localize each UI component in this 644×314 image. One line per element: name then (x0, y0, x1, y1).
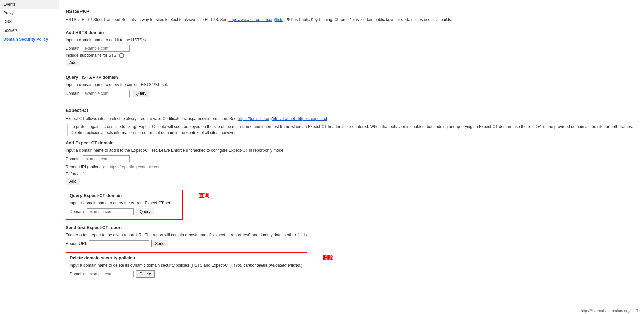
hsts-pkp-title: HSTS/PKP (66, 9, 637, 14)
delete-chinese-label: 删除 (323, 255, 333, 262)
add-expect-ct-add-button-row: Add (66, 178, 637, 185)
send-test-report-uri-input[interactable] (89, 240, 149, 247)
add-hsts-instruction: Input a domain name to add it to the HST… (66, 37, 637, 43)
sidebar-item-dns[interactable]: DNS (0, 17, 59, 26)
sidebar-item-sockets[interactable]: Sockets (0, 26, 59, 35)
expect-ct-link[interactable]: https://tools.ietf.org/html/draft-ietf-h… (238, 116, 327, 121)
send-test-instruction: Trigger a test report to the given repor… (66, 232, 637, 238)
hsts-description: HSTS is HTTP Strict Transport Security: … (66, 17, 637, 23)
main-content: HSTS/PKP HSTS is HTTP Strict Transport S… (59, 0, 644, 314)
sidebar-item-domain-security-policy[interactable]: Domain Security Policy (0, 35, 59, 44)
hsts-subdomain-row: Include subdomains for STS: (66, 53, 637, 58)
hsts-domain-row: Domain: (66, 45, 637, 52)
add-expect-ct-report-uri-input[interactable] (107, 164, 167, 170)
add-expect-ct-report-uri-label: Report URI (optional): (66, 165, 105, 169)
add-expect-ct-section: Add Expect-CT domain Input a domain name… (66, 140, 637, 185)
expect-ct-title: Expect-CT (66, 108, 637, 113)
hsts-link[interactable]: https://www.chromium.org/hsts (228, 17, 283, 22)
hsts-domain-input[interactable] (83, 45, 130, 52)
divider-1 (66, 26, 637, 26)
send-test-report-uri-row: Report URI: Send (66, 240, 637, 247)
send-test-section: Send test Expect-CT report Trigger a tes… (66, 225, 637, 247)
hsts-subdomain-label: Include subdomains for STS: (66, 53, 117, 58)
query-expect-ct-chinese-label: 查询 (199, 192, 209, 199)
hsts-subdomain-checkbox[interactable] (119, 53, 124, 58)
query-hsts-section: Query HSTS/PKP domain Input a domain nam… (66, 75, 637, 97)
hsts-add-button[interactable]: Add (66, 59, 80, 66)
add-expect-ct-domain-row: Domain: (66, 155, 637, 162)
query-hsts-domain-input[interactable] (83, 90, 130, 97)
delete-domain-input[interactable] (87, 271, 134, 277)
add-expect-ct-domain-label: Domain: (66, 156, 81, 161)
bottom-url: https://internals.chromium.org/net/14 (581, 309, 641, 313)
add-expect-ct-enforce-row: Enforce: (66, 172, 637, 176)
delete-section: Delete domain security policies Input a … (66, 252, 307, 282)
query-hsts-domain-label: Domain: (66, 91, 81, 96)
add-hsts-section: Add HSTS domain Input a domain name to a… (66, 30, 637, 66)
add-hsts-title: Add HSTS domain (66, 30, 637, 35)
query-hsts-title: Query HSTS/PKP domain (66, 75, 637, 80)
query-expect-ct-domain-row: Domain: Query (70, 208, 179, 215)
delete-section-title: Delete domain security policies (70, 255, 303, 260)
add-expect-ct-enforce-label: Enforce: (66, 172, 81, 176)
add-expect-ct-title: Add Expect-CT domain (66, 140, 637, 145)
sidebar-item-events[interactable]: Events (0, 0, 59, 9)
add-expect-ct-enforce-checkbox[interactable] (83, 172, 87, 176)
query-hsts-instruction: Input a domain name to query the current… (66, 82, 637, 88)
query-hsts-button[interactable]: Query (132, 90, 150, 97)
delete-domain-row: Domain: Delete (70, 270, 303, 278)
hsts-add-button-row: Add (66, 59, 637, 66)
query-expect-ct-button[interactable]: Query (136, 208, 154, 215)
add-expect-ct-report-uri-row: Report URI (optional): (66, 164, 637, 170)
sidebar-item-proxy[interactable]: Proxy (0, 9, 59, 17)
send-test-report-uri-label: Report URI: (66, 241, 87, 246)
sidebar: Events Proxy DNS Sockets Domain Security… (0, 0, 59, 314)
send-test-title: Send test Expect-CT report (66, 225, 637, 230)
divider-3 (66, 102, 637, 102)
query-expect-ct-domain-input[interactable] (87, 208, 134, 215)
query-expect-ct-instruction: Input a domain name to query the current… (70, 200, 179, 206)
query-expect-ct-domain-label: Domain: (70, 209, 85, 214)
query-hsts-domain-row: Domain: Query (66, 90, 637, 97)
add-expect-ct-add-button[interactable]: Add (66, 178, 80, 185)
hsts-domain-label: Domain: (66, 46, 81, 51)
delete-domain-label: Domain: (70, 272, 85, 276)
delete-button[interactable]: Delete (136, 270, 155, 278)
query-expect-ct-title: Query Expect-CT domain (70, 193, 179, 198)
send-test-button[interactable]: Send (151, 240, 168, 247)
add-expect-ct-instruction: Input a domain name to add it to the Exp… (66, 147, 637, 153)
divider-2 (66, 71, 637, 71)
add-expect-ct-domain-input[interactable] (83, 155, 130, 162)
query-expect-ct-section: Query Expect-CT domain Input a domain na… (66, 190, 183, 220)
expect-ct-warning: To protect against cross-site tracking, … (67, 124, 637, 136)
delete-section-note: You cannot delete preloaded entries. (235, 263, 301, 268)
expect-ct-section: Expect-CT Expect-CT allows sites to elec… (66, 108, 637, 136)
delete-section-instruction: Input a domain name to delete its dynami… (70, 262, 303, 268)
expect-ct-description: Expect-CT allows sites to elect to alway… (66, 116, 637, 122)
